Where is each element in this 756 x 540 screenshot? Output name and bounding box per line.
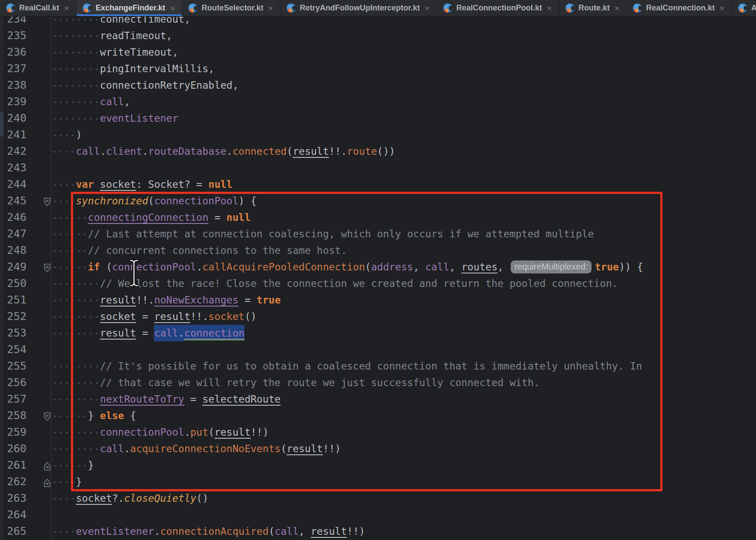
- code-token: call: [274, 526, 298, 537]
- code-token: writeTimeout,: [100, 47, 178, 58]
- whitespace-dots: [52, 261, 88, 273]
- code-token: nextRouteToTry: [100, 393, 184, 405]
- code-line[interactable]: eventListener: [51, 110, 756, 127]
- code-line[interactable]: ): [51, 127, 756, 143]
- code-line[interactable]: result = call.connection: [51, 325, 756, 341]
- code-line[interactable]: // concurrent connections to the same ho…: [51, 242, 756, 259]
- code-line[interactable]: // We lost the race! Close the connectio…: [51, 275, 756, 292]
- code-line[interactable]: readTimeout,: [51, 27, 756, 44]
- gutter-row: 260: [3, 440, 51, 457]
- tab-route-kt[interactable]: Route.kt×: [559, 0, 627, 16]
- line-number: 259: [3, 424, 27, 440]
- code-line[interactable]: var socket: Socket? = null: [51, 176, 756, 193]
- code-token: (: [148, 195, 154, 207]
- line-number: 237: [3, 60, 27, 77]
- tab-label: RetryAndFollowUpInterceptor.kt: [300, 3, 420, 13]
- kotlin-file-icon: [738, 3, 747, 13]
- code-line[interactable]: [51, 507, 756, 523]
- gutter-row: 265: [3, 523, 51, 540]
- fold-marker-icon[interactable]: [43, 262, 51, 271]
- whitespace-dots: [52, 30, 100, 41]
- whitespace-dots: [52, 146, 76, 157]
- gutter-row: 246: [3, 209, 51, 226]
- code-line[interactable]: if (connectionPool.callAcquirePooledConn…: [51, 259, 756, 275]
- code-line[interactable]: [51, 160, 756, 176]
- code-token: socket: [76, 493, 112, 504]
- code-line[interactable]: // It's possible for us to obtain a coal…: [51, 358, 756, 374]
- line-number: 249: [3, 259, 27, 275]
- code-line[interactable]: connectionPool.put(result!!): [51, 424, 756, 440]
- code-line[interactable]: } else {: [51, 407, 756, 424]
- whitespace-dots: [52, 212, 88, 223]
- close-tab-icon[interactable]: ×: [63, 4, 70, 13]
- code-line[interactable]: call,: [51, 93, 756, 110]
- tab-realconnectionpool-kt[interactable]: RealConnectionPool.kt×: [437, 0, 559, 16]
- code-token: address: [371, 261, 413, 273]
- code-line[interactable]: result!!.noNewExchanges = true: [51, 292, 756, 308]
- code-line[interactable]: socket = result!!.socket(): [51, 308, 756, 325]
- fold-marker-icon[interactable]: [43, 411, 51, 420]
- close-tab-icon[interactable]: ×: [546, 4, 553, 13]
- line-number: 256: [3, 374, 27, 391]
- whitespace-dots: [52, 327, 100, 339]
- close-tab-icon[interactable]: ×: [169, 4, 176, 13]
- tab-routeselector-kt[interactable]: RouteSelector.kt×: [182, 0, 281, 16]
- line-number: 265: [3, 523, 27, 540]
- gutter-row: 249: [3, 259, 51, 275]
- code-line[interactable]: call.client.routeDatabase.connected(resu…: [51, 143, 756, 160]
- close-tab-icon[interactable]: ×: [614, 4, 621, 13]
- code-token: // We lost the race! Close the connectio…: [100, 278, 618, 289]
- code-line[interactable]: // Last attempt at connection coalescing…: [51, 226, 756, 242]
- tab-retryandfollowupinterceptor-kt[interactable]: RetryAndFollowUpInterceptor.kt×: [281, 0, 437, 16]
- code-line[interactable]: }: [51, 473, 756, 490]
- code-line[interactable]: pingIntervalMillis,: [51, 60, 756, 77]
- code-line[interactable]: call.acquireConnectionNoEvents(result!!): [51, 440, 756, 457]
- line-number: 236: [3, 44, 27, 60]
- code-token: readTimeout,: [100, 30, 172, 41]
- fold-marker-icon[interactable]: [43, 477, 51, 486]
- whitespace-dots: [52, 47, 100, 58]
- code-line[interactable]: }: [51, 457, 756, 473]
- line-number: 243: [3, 160, 27, 176]
- tab-realconnection-kt[interactable]: RealConnection.kt×: [627, 0, 732, 16]
- code-line[interactable]: eventListener.connectionAcquired(call, r…: [51, 523, 756, 540]
- gutter-row: 235: [3, 27, 51, 44]
- editor[interactable]: 2342352362372382392402412422432442452462…: [3, 17, 756, 540]
- fold-marker-icon[interactable]: [43, 460, 51, 470]
- code-token: !!): [251, 427, 269, 438]
- gutter-row: 253: [3, 325, 51, 341]
- line-number: 241: [3, 127, 27, 143]
- whitespace-dots: [52, 460, 88, 471]
- tab-label: RouteSelector.kt: [201, 3, 263, 13]
- code-line[interactable]: connectTimeout,: [51, 17, 756, 27]
- close-tab-icon[interactable]: ×: [719, 4, 726, 13]
- code-line[interactable]: connectionRetryEnabled,: [51, 77, 756, 93]
- fold-marker-icon[interactable]: [43, 196, 51, 205]
- tab-exchangefinder-kt[interactable]: ExchangeFinder.kt×: [77, 0, 183, 16]
- code-line[interactable]: socket?.closeQuietly(): [51, 490, 756, 507]
- tab-address-kt[interactable]: Address.kt×: [732, 0, 756, 16]
- close-tab-icon[interactable]: ×: [424, 4, 431, 13]
- line-number: 242: [3, 143, 27, 160]
- gutter-row: 247: [3, 226, 51, 242]
- code-line[interactable]: [51, 341, 756, 358]
- code-line[interactable]: synchronized(connectionPool) {: [51, 193, 756, 209]
- code-token: call: [76, 146, 100, 157]
- code-token: (: [100, 261, 112, 273]
- code-line[interactable]: writeTimeout,: [51, 44, 756, 60]
- code-line[interactable]: // that case we will retry the route we …: [51, 374, 756, 391]
- line-number: 262: [3, 473, 27, 490]
- code-token: .: [196, 261, 202, 273]
- line-number: 254: [3, 341, 27, 358]
- kotlin-file-icon: [188, 3, 197, 13]
- code-token: connected: [232, 146, 287, 157]
- code-line[interactable]: connectingConnection = null: [51, 209, 756, 226]
- code-token: connectionPool: [112, 261, 197, 273]
- code-token: ,: [299, 526, 311, 537]
- code-area[interactable]: connectTimeout, readTimeout, writeTimeou…: [51, 17, 756, 540]
- code-line[interactable]: nextRouteToTry = selectedRoute: [51, 391, 756, 407]
- close-tab-icon[interactable]: ×: [268, 4, 274, 13]
- tab-realcall-kt[interactable]: RealCall.kt×: [0, 0, 77, 16]
- whitespace-dots: [52, 228, 88, 240]
- code-token: result: [293, 146, 329, 157]
